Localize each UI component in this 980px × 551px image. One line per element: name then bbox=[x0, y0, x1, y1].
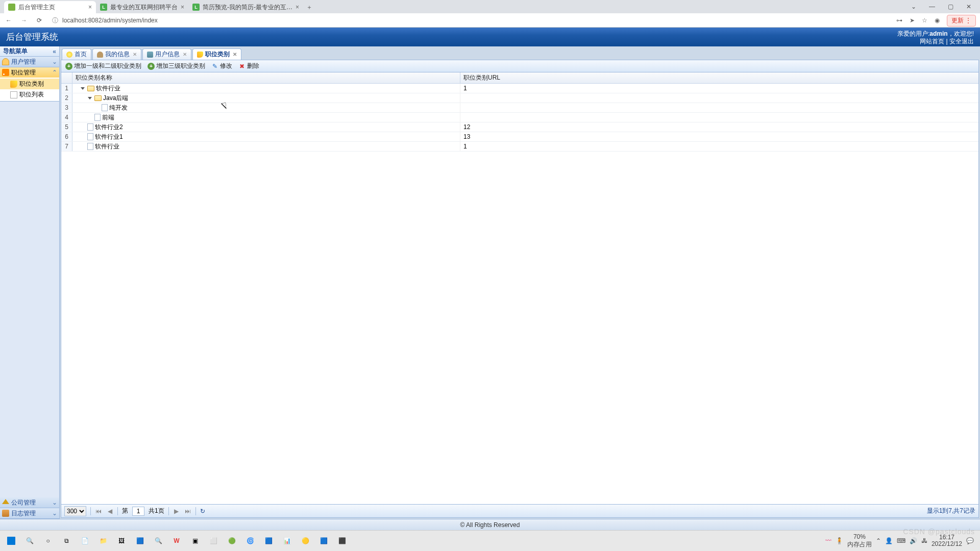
col-name[interactable]: 职位类别名称 bbox=[72, 72, 460, 83]
back-button[interactable]: ← bbox=[4, 17, 13, 24]
sidebar-hd-company[interactable]: 公司管理 ⌄ bbox=[0, 497, 59, 508]
table-row[interactable]: 7软件行业1 bbox=[61, 142, 978, 152]
table-row[interactable]: 6软件行业113 bbox=[61, 132, 978, 142]
taskbar-app[interactable]: W bbox=[167, 532, 186, 550]
add-level3-button[interactable]: + 增加三级职业类别 bbox=[145, 61, 207, 71]
search-button[interactable]: 🔍 bbox=[20, 532, 39, 550]
bookmark-icon[interactable]: ☆ bbox=[922, 17, 927, 24]
taskbar-app[interactable]: 📊 bbox=[278, 532, 296, 550]
browser-tab-2[interactable]: L 简历预览-我的简历-最专业的互… × bbox=[188, 1, 303, 13]
tab-close-icon[interactable]: ✕ bbox=[233, 52, 237, 57]
tab-close-icon[interactable]: ✕ bbox=[183, 52, 187, 57]
sidebar-item-category[interactable]: 职位类别 bbox=[0, 79, 59, 89]
close-icon[interactable]: ✕ bbox=[962, 2, 976, 12]
last-page-button[interactable]: ⏭ bbox=[184, 508, 191, 515]
site-info-icon[interactable]: ⓘ bbox=[52, 16, 58, 25]
table-row[interactable]: 3纯开发 bbox=[61, 103, 978, 113]
sidebar-hd-log[interactable]: 日志管理 ⌄ bbox=[0, 508, 59, 518]
tab-close-icon[interactable]: × bbox=[181, 4, 184, 11]
refresh-button[interactable]: ↻ bbox=[200, 508, 205, 515]
taskbar-app[interactable]: 🟢 bbox=[223, 532, 241, 550]
new-tab-button[interactable]: ＋ bbox=[303, 1, 315, 13]
tab-close-icon[interactable]: × bbox=[88, 4, 92, 11]
delete-icon: ✖ bbox=[238, 63, 246, 70]
plus-icon: + bbox=[65, 63, 72, 70]
dropdown-icon[interactable]: ⌄ bbox=[906, 2, 921, 12]
url-input[interactable]: ⓘ localhost:8082/admin/system/index bbox=[50, 15, 890, 26]
taskbar-app[interactable]: 📁 bbox=[94, 532, 112, 550]
sidebar-hd-positions[interactable]: 职位管理 ⌃ bbox=[0, 67, 59, 78]
link-home[interactable]: 网站首页 bbox=[920, 38, 944, 45]
sidebar-bottom: 公司管理 ⌄ 日志管理 ⌄ bbox=[0, 497, 59, 519]
cortana-button[interactable]: ○ bbox=[39, 532, 57, 550]
update-button[interactable]: 更新 ⋮ bbox=[947, 15, 976, 27]
tray-keyboard-icon[interactable]: ⌨ bbox=[897, 537, 905, 544]
tray-icon[interactable]: 👤 bbox=[885, 537, 893, 544]
battery-indicator[interactable]: 70% 内存占用 bbox=[847, 533, 872, 549]
table-row[interactable]: 5软件行业212 bbox=[61, 122, 978, 132]
tab-category[interactable]: 职位类别 ✕ bbox=[192, 48, 241, 60]
prev-page-button[interactable]: ◀ bbox=[106, 508, 113, 515]
tray-icon[interactable]: 〰 bbox=[825, 537, 831, 544]
tree-collapse-icon[interactable] bbox=[88, 97, 92, 99]
minimize-icon[interactable]: ― bbox=[925, 2, 939, 12]
reload-button[interactable]: ⟳ bbox=[35, 17, 44, 24]
page-size-select[interactable]: 300 bbox=[64, 506, 86, 516]
tree-collapse-icon[interactable] bbox=[81, 87, 85, 90]
taskbar-app[interactable]: 🌀 bbox=[241, 532, 259, 550]
start-button[interactable] bbox=[2, 532, 20, 550]
people-icon bbox=[147, 52, 153, 58]
tray-chevron-icon[interactable]: ⌃ bbox=[876, 537, 881, 544]
edit-button[interactable]: ✎ 修改 bbox=[209, 61, 234, 71]
row-number: 7 bbox=[61, 142, 72, 151]
col-url[interactable]: 职位类别URL bbox=[460, 72, 978, 83]
link-logout[interactable]: 安全退出 bbox=[949, 38, 974, 45]
table-row[interactable]: 2Java后端 bbox=[61, 93, 978, 103]
file-icon bbox=[87, 143, 93, 150]
tree-spacer bbox=[81, 135, 85, 139]
tray-volume-icon[interactable]: 🔊 bbox=[910, 537, 917, 544]
tree-spacer bbox=[95, 106, 99, 110]
tree-label: 软件行业2 bbox=[95, 123, 123, 132]
key-icon[interactable]: ⊶ bbox=[896, 17, 902, 24]
delete-button[interactable]: ✖ 删除 bbox=[236, 61, 261, 71]
first-page-button[interactable]: ⏮ bbox=[95, 508, 102, 515]
task-view-button[interactable]: ⧉ bbox=[57, 532, 76, 550]
sidebar-hd-users[interactable]: 用户管理 ⌄ bbox=[0, 57, 59, 67]
log-icon bbox=[2, 510, 9, 517]
taskbar-app[interactable]: 📄 bbox=[76, 532, 94, 550]
tray-network-icon[interactable]: 🖧 bbox=[921, 537, 927, 544]
browser-tab-1[interactable]: L 最专业的互联网招聘平台 × bbox=[96, 1, 188, 13]
page-input[interactable] bbox=[132, 507, 144, 516]
tab-my-info[interactable]: 我的信息 ✕ bbox=[92, 48, 141, 60]
tab-home[interactable]: 首页 bbox=[62, 48, 91, 60]
taskbar-app[interactable]: 🟦 bbox=[259, 532, 278, 550]
taskbar-app[interactable]: ▣ bbox=[186, 532, 204, 550]
cell-url bbox=[460, 93, 978, 103]
table-row[interactable]: 1软件行业1 bbox=[61, 84, 978, 93]
next-page-button[interactable]: ▶ bbox=[173, 508, 180, 515]
tab-close-icon[interactable]: ✕ bbox=[133, 52, 137, 57]
sidebar-item-list[interactable]: 职位列表 bbox=[0, 89, 59, 100]
taskbar-app[interactable]: 🔍 bbox=[149, 532, 167, 550]
sidebar-collapse-icon[interactable]: « bbox=[53, 48, 56, 55]
taskbar-app[interactable]: ⬛ bbox=[333, 532, 351, 550]
table-row[interactable]: 4前端 bbox=[61, 113, 978, 122]
profile-icon[interactable]: ◉ bbox=[935, 17, 940, 24]
tab-user-info[interactable]: 用户信息 ✕ bbox=[142, 48, 191, 60]
tray-icon[interactable]: 🧍 bbox=[836, 537, 843, 544]
forward-button[interactable]: → bbox=[19, 17, 29, 24]
notification-icon[interactable]: 💬 bbox=[966, 537, 974, 544]
taskbar-app[interactable]: ⬜ bbox=[204, 532, 223, 550]
workspace: 导航菜单 « 用户管理 ⌄ 职位管理 ⌃ 职位类别 bbox=[0, 46, 980, 519]
taskbar-clock[interactable]: 16:17 2022/12/12 bbox=[932, 534, 962, 547]
browser-tab-0[interactable]: 后台管理主页 × bbox=[4, 1, 96, 13]
maximize-icon[interactable]: ▢ bbox=[943, 2, 958, 12]
add-level12-button[interactable]: + 增加一级和二级职业类别 bbox=[63, 61, 143, 71]
tab-close-icon[interactable]: × bbox=[296, 4, 299, 11]
taskbar-chrome[interactable]: 🟡 bbox=[296, 532, 314, 550]
send-icon[interactable]: ➤ bbox=[910, 17, 915, 24]
taskbar-app[interactable]: 🟦 bbox=[314, 532, 333, 550]
taskbar-app[interactable]: 🟦 bbox=[131, 532, 149, 550]
taskbar-app[interactable]: 🖼 bbox=[112, 532, 131, 550]
